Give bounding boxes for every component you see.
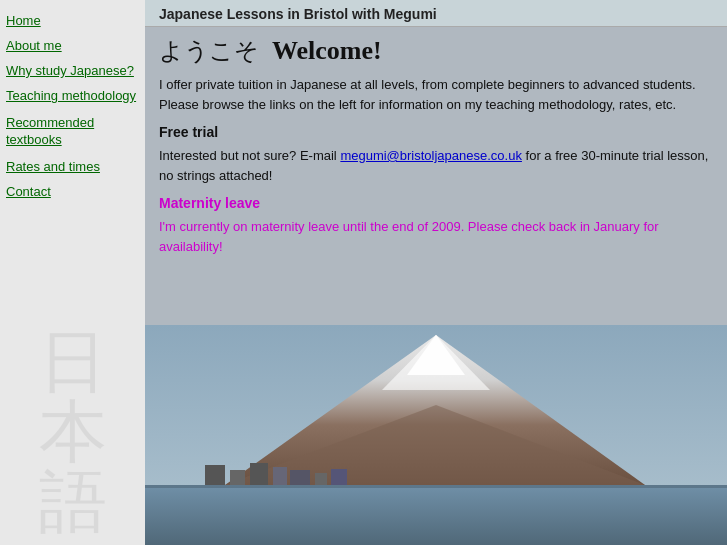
welcome-heading: ようこそ Welcome!: [159, 35, 713, 67]
intro-text: I offer private tuition in Japanese at a…: [159, 75, 713, 114]
welcome-english: Welcome!: [272, 36, 382, 65]
svg-rect-13: [145, 485, 727, 488]
sidebar-item-teaching[interactable]: Teaching methodology: [6, 88, 139, 105]
svg-rect-9: [273, 467, 287, 485]
svg-rect-5: [145, 485, 727, 545]
svg-rect-11: [315, 473, 327, 485]
svg-rect-8: [250, 463, 268, 485]
free-trial-text: Interested but not sure? E-mail megumi@b…: [159, 146, 713, 185]
maternity-text: I'm currently on maternity leave until t…: [159, 217, 713, 256]
sidebar-item-rates[interactable]: Rates and times: [6, 159, 139, 174]
main-content: Japanese Lessons in Bristol with Megumi …: [145, 0, 727, 545]
svg-rect-12: [331, 469, 347, 485]
mountain-background: [145, 325, 727, 545]
welcome-section: ようこそ Welcome! I offer private tuition in…: [145, 27, 727, 262]
free-trial-heading: Free trial: [159, 124, 713, 140]
sidebar-item-home[interactable]: Home: [6, 13, 139, 28]
svg-rect-6: [205, 465, 225, 485]
sidebar-item-contact[interactable]: Contact: [6, 184, 139, 199]
welcome-japanese: ようこそ: [159, 38, 259, 64]
free-trial-text-before: Interested but not sure? E-mail: [159, 148, 340, 163]
email-link[interactable]: megumi@bristoljapanese.co.uk: [340, 148, 522, 163]
svg-rect-10: [290, 470, 310, 485]
maternity-heading: Maternity leave: [159, 195, 713, 211]
sidebar-item-why[interactable]: Why study Japanese?: [6, 63, 139, 78]
sidebar-item-textbooks[interactable]: Recommended textbooks: [6, 115, 139, 149]
sidebar-item-about[interactable]: About me: [6, 38, 139, 53]
kanji-decoration: 日 本 語: [0, 327, 145, 535]
sidebar: Home About me Why study Japanese? Teachi…: [0, 0, 145, 545]
svg-rect-7: [230, 470, 245, 485]
page-title-bar: Japanese Lessons in Bristol with Megumi: [145, 0, 727, 27]
page-title: Japanese Lessons in Bristol with Megumi: [159, 6, 713, 22]
